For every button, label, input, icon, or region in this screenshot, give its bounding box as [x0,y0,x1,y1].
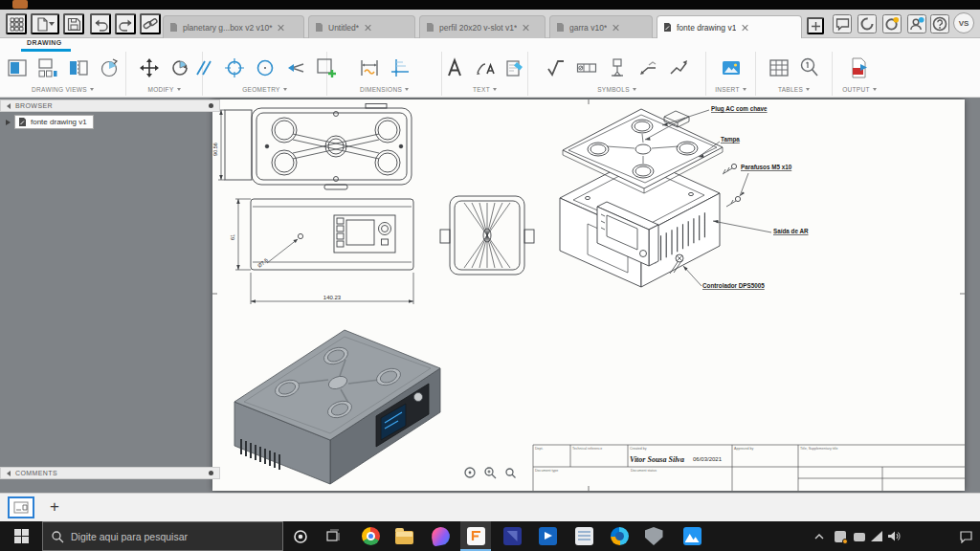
ribbon-group-label-output[interactable]: OUTPUT [842,84,877,95]
start-button[interactable] [0,521,42,551]
ordinate-dimension-button[interactable] [387,54,413,82]
undo-button[interactable] [90,13,111,34]
ribbon-group-label-dimensions[interactable]: DIMENSIONS [360,84,409,95]
tray-icon-device[interactable] [850,521,869,551]
tray-icon-network[interactable] [867,521,886,551]
zoom-in-button[interactable] [481,464,498,480]
view-iso-exploded[interactable]: Plug AC com chave Tampa Parafusos M5 x10… [560,105,809,289]
account-avatar[interactable]: VS [953,12,974,33]
save-button[interactable] [63,13,84,34]
sheet-tab-active[interactable] [8,496,34,518]
browser-item-fonte-drawing[interactable]: fonte drawing v1 [6,115,94,129]
close-icon[interactable] [522,24,529,32]
doc-tab-perfil[interactable]: perfil 20x20 v-slot v1* [419,15,546,38]
doc-tab-planetary[interactable]: planetary g...box v2 v10* [163,15,304,38]
taskbar-icon-security-app[interactable] [638,521,669,551]
centerline-button[interactable] [190,54,217,82]
tray-overflow-button[interactable] [810,521,829,551]
notifications-button[interactable] [882,14,902,33]
table-button[interactable] [766,54,792,82]
data-panel-grid-button[interactable] [6,13,27,34]
ribbon-group-label-tables[interactable]: TABLES [778,84,810,95]
zoom-window-button[interactable] [501,464,518,480]
taskbar-icon-app-flag[interactable] [497,521,527,551]
job-status-button[interactable] [858,14,877,33]
feature-control-frame-button[interactable] [573,54,600,82]
drawing-sheet[interactable]: 90.56 Ø7.5 [212,99,965,491]
leader-symbol-button[interactable] [635,54,661,82]
dimension-button[interactable] [356,54,383,82]
base-view-button[interactable] [4,54,31,82]
sketch-circle-button[interactable] [252,54,278,82]
new-tab-button[interactable] [807,17,824,34]
profile-notifications-button[interactable] [907,14,926,33]
datum-identifier-button[interactable] [604,54,631,82]
browser-header[interactable]: BROWSER [0,99,220,112]
taskbar-icon-document-app[interactable] [568,521,599,551]
leader-text-button[interactable] [472,54,499,82]
close-icon[interactable] [741,24,748,32]
callout-controller[interactable]: Controlador DPS5005 [683,266,765,289]
search-input[interactable] [71,531,262,542]
title-block[interactable]: Dept. Technical reference Created by App… [533,445,965,491]
share-link-button[interactable] [140,13,161,34]
orbit-button[interactable] [461,464,478,480]
doc-tab-garra[interactable]: garra v10* [549,15,653,38]
view-top[interactable]: 90.56 [212,104,412,190]
taskbar-icon-browser-app[interactable] [604,521,635,551]
dim-body-width[interactable]: 140.23 [251,273,413,304]
action-center-button[interactable] [953,521,978,551]
taskbar-icon-chrome[interactable] [355,521,386,551]
ribbon-group-label-drawing-views[interactable]: DRAWING VIEWS [32,84,94,95]
detail-view-button[interactable] [96,54,122,82]
cortana-button[interactable] [285,521,316,551]
text-button[interactable] [441,54,468,82]
bend-note-button[interactable] [665,54,692,82]
close-icon[interactable] [612,24,619,32]
dim-body-height[interactable]: 61 [230,199,251,270]
callout-screws[interactable]: Parafusos M5 x10 [740,164,792,196]
taskbar-icon-fusion360[interactable] [460,521,491,551]
ribbon-group-label-insert[interactable]: INSERT [715,84,746,95]
taskbar-search[interactable] [42,521,283,551]
taskbar-icon-file-explorer[interactable] [389,521,419,551]
close-icon[interactable] [278,24,285,32]
note-button[interactable] [502,54,529,82]
edge-extension-button[interactable] [282,54,309,82]
callout-air-outlet[interactable]: Saída de AR [713,220,809,234]
panel-handle-icon[interactable] [209,471,213,475]
view-iso-shaded[interactable] [234,330,440,484]
insert-image-button[interactable] [718,54,745,82]
ribbon-group-label-symbols[interactable]: SYMBOLS [597,84,636,95]
add-sheet-button[interactable]: + [44,496,65,518]
dim-plate-height[interactable]: 90.56 [212,110,225,180]
ribbon-group-label-modify[interactable]: MODIFY [147,84,180,95]
feedback-button[interactable] [833,14,852,33]
balloon-button[interactable] [796,54,823,82]
move-button[interactable] [136,54,163,82]
view-front[interactable]: Ø7.5 61 140.23 [230,199,413,304]
view-side[interactable] [440,196,534,275]
doc-tab-fonte-drawing[interactable]: fonte drawing v1 [657,15,802,38]
projected-view-button[interactable] [34,54,61,82]
collapse-icon[interactable] [7,471,11,476]
help-button[interactable] [930,14,949,33]
surface-texture-button[interactable] [543,54,569,82]
callout-hole-diameter[interactable]: Ø7.5 [256,239,298,269]
ribbon-group-label-text[interactable]: TEXT [473,84,497,95]
taskbar-icon-photos-app[interactable] [677,521,707,551]
collapse-icon[interactable] [7,103,11,109]
file-menu-button[interactable] [31,13,59,34]
doc-tab-untitled[interactable]: Untitled* [308,15,415,38]
rotate-button[interactable] [167,54,193,82]
ribbon-group-label-geometry[interactable]: GEOMETRY [242,84,286,95]
tray-icon-updates[interactable] [831,521,850,551]
task-view-button[interactable] [318,521,348,551]
tray-icon-volume[interactable] [884,521,903,551]
taskbar-icon-video-app[interactable] [532,521,563,551]
close-icon[interactable] [364,24,371,32]
center-mark-button[interactable] [221,54,248,82]
redo-button[interactable] [115,13,136,34]
drawing-canvas[interactable]: 90.56 Ø7.5 [0,98,980,493]
panel-handle-icon[interactable] [209,103,213,108]
